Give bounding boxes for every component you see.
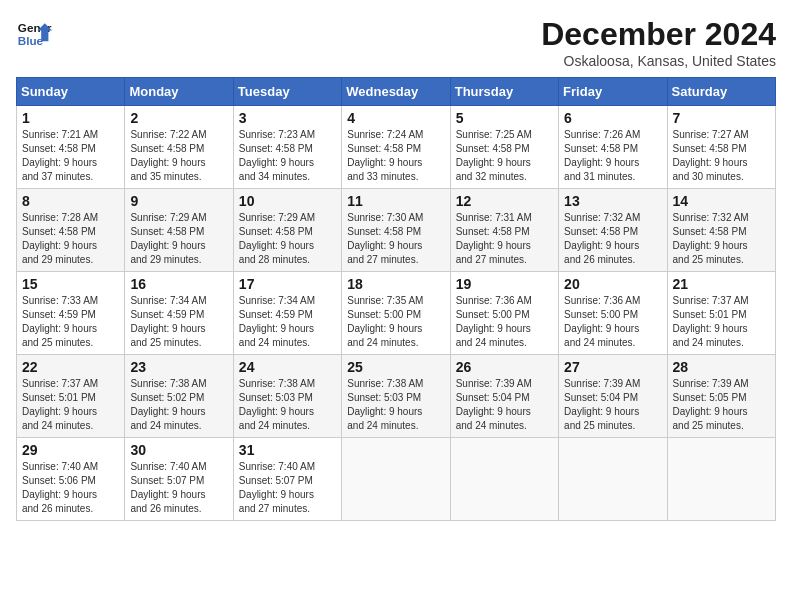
calendar-body: 1Sunrise: 7:21 AM Sunset: 4:58 PM Daylig… [17, 106, 776, 521]
day-number: 21 [673, 276, 770, 292]
day-cell: 31Sunrise: 7:40 AM Sunset: 5:07 PM Dayli… [233, 438, 341, 521]
day-number: 18 [347, 276, 444, 292]
day-number: 10 [239, 193, 336, 209]
day-detail: Sunrise: 7:38 AM Sunset: 5:03 PM Dayligh… [239, 377, 336, 433]
day-number: 11 [347, 193, 444, 209]
header-cell-thursday: Thursday [450, 78, 558, 106]
day-number: 22 [22, 359, 119, 375]
header-cell-tuesday: Tuesday [233, 78, 341, 106]
day-detail: Sunrise: 7:32 AM Sunset: 4:58 PM Dayligh… [673, 211, 770, 267]
header-row: SundayMondayTuesdayWednesdayThursdayFrid… [17, 78, 776, 106]
day-detail: Sunrise: 7:30 AM Sunset: 4:58 PM Dayligh… [347, 211, 444, 267]
day-cell: 19Sunrise: 7:36 AM Sunset: 5:00 PM Dayli… [450, 272, 558, 355]
day-detail: Sunrise: 7:39 AM Sunset: 5:04 PM Dayligh… [456, 377, 553, 433]
day-cell: 14Sunrise: 7:32 AM Sunset: 4:58 PM Dayli… [667, 189, 775, 272]
header-cell-sunday: Sunday [17, 78, 125, 106]
week-row-5: 29Sunrise: 7:40 AM Sunset: 5:06 PM Dayli… [17, 438, 776, 521]
day-number: 8 [22, 193, 119, 209]
day-detail: Sunrise: 7:28 AM Sunset: 4:58 PM Dayligh… [22, 211, 119, 267]
day-cell [667, 438, 775, 521]
day-cell: 18Sunrise: 7:35 AM Sunset: 5:00 PM Dayli… [342, 272, 450, 355]
day-number: 19 [456, 276, 553, 292]
day-cell: 28Sunrise: 7:39 AM Sunset: 5:05 PM Dayli… [667, 355, 775, 438]
day-cell: 13Sunrise: 7:32 AM Sunset: 4:58 PM Dayli… [559, 189, 667, 272]
day-detail: Sunrise: 7:40 AM Sunset: 5:07 PM Dayligh… [130, 460, 227, 516]
day-detail: Sunrise: 7:37 AM Sunset: 5:01 PM Dayligh… [22, 377, 119, 433]
day-number: 20 [564, 276, 661, 292]
day-number: 15 [22, 276, 119, 292]
header-cell-saturday: Saturday [667, 78, 775, 106]
title-area: December 2024 Oskaloosa, Kansas, United … [541, 16, 776, 69]
day-detail: Sunrise: 7:34 AM Sunset: 4:59 PM Dayligh… [130, 294, 227, 350]
location-subtitle: Oskaloosa, Kansas, United States [541, 53, 776, 69]
day-detail: Sunrise: 7:29 AM Sunset: 4:58 PM Dayligh… [239, 211, 336, 267]
day-number: 9 [130, 193, 227, 209]
day-cell: 4Sunrise: 7:24 AM Sunset: 4:58 PM Daylig… [342, 106, 450, 189]
day-detail: Sunrise: 7:34 AM Sunset: 4:59 PM Dayligh… [239, 294, 336, 350]
day-cell: 21Sunrise: 7:37 AM Sunset: 5:01 PM Dayli… [667, 272, 775, 355]
day-detail: Sunrise: 7:40 AM Sunset: 5:07 PM Dayligh… [239, 460, 336, 516]
day-cell: 8Sunrise: 7:28 AM Sunset: 4:58 PM Daylig… [17, 189, 125, 272]
day-detail: Sunrise: 7:38 AM Sunset: 5:03 PM Dayligh… [347, 377, 444, 433]
day-cell: 20Sunrise: 7:36 AM Sunset: 5:00 PM Dayli… [559, 272, 667, 355]
day-number: 5 [456, 110, 553, 126]
week-row-2: 8Sunrise: 7:28 AM Sunset: 4:58 PM Daylig… [17, 189, 776, 272]
day-cell: 11Sunrise: 7:30 AM Sunset: 4:58 PM Dayli… [342, 189, 450, 272]
day-number: 31 [239, 442, 336, 458]
day-cell: 24Sunrise: 7:38 AM Sunset: 5:03 PM Dayli… [233, 355, 341, 438]
day-cell: 22Sunrise: 7:37 AM Sunset: 5:01 PM Dayli… [17, 355, 125, 438]
day-number: 28 [673, 359, 770, 375]
day-detail: Sunrise: 7:40 AM Sunset: 5:06 PM Dayligh… [22, 460, 119, 516]
calendar-header: SundayMondayTuesdayWednesdayThursdayFrid… [17, 78, 776, 106]
day-detail: Sunrise: 7:22 AM Sunset: 4:58 PM Dayligh… [130, 128, 227, 184]
day-number: 25 [347, 359, 444, 375]
svg-text:Blue: Blue [18, 34, 44, 47]
day-number: 7 [673, 110, 770, 126]
day-cell: 12Sunrise: 7:31 AM Sunset: 4:58 PM Dayli… [450, 189, 558, 272]
day-cell [559, 438, 667, 521]
logo-icon: General Blue [16, 16, 52, 52]
day-detail: Sunrise: 7:36 AM Sunset: 5:00 PM Dayligh… [564, 294, 661, 350]
week-row-4: 22Sunrise: 7:37 AM Sunset: 5:01 PM Dayli… [17, 355, 776, 438]
day-number: 16 [130, 276, 227, 292]
day-detail: Sunrise: 7:36 AM Sunset: 5:00 PM Dayligh… [456, 294, 553, 350]
day-cell: 5Sunrise: 7:25 AM Sunset: 4:58 PM Daylig… [450, 106, 558, 189]
day-number: 30 [130, 442, 227, 458]
day-detail: Sunrise: 7:39 AM Sunset: 5:04 PM Dayligh… [564, 377, 661, 433]
day-number: 23 [130, 359, 227, 375]
day-detail: Sunrise: 7:35 AM Sunset: 5:00 PM Dayligh… [347, 294, 444, 350]
month-title: December 2024 [541, 16, 776, 53]
day-number: 1 [22, 110, 119, 126]
day-detail: Sunrise: 7:39 AM Sunset: 5:05 PM Dayligh… [673, 377, 770, 433]
day-cell: 29Sunrise: 7:40 AM Sunset: 5:06 PM Dayli… [17, 438, 125, 521]
day-cell: 6Sunrise: 7:26 AM Sunset: 4:58 PM Daylig… [559, 106, 667, 189]
calendar-table: SundayMondayTuesdayWednesdayThursdayFrid… [16, 77, 776, 521]
day-cell: 25Sunrise: 7:38 AM Sunset: 5:03 PM Dayli… [342, 355, 450, 438]
week-row-3: 15Sunrise: 7:33 AM Sunset: 4:59 PM Dayli… [17, 272, 776, 355]
day-detail: Sunrise: 7:25 AM Sunset: 4:58 PM Dayligh… [456, 128, 553, 184]
day-number: 29 [22, 442, 119, 458]
day-cell: 10Sunrise: 7:29 AM Sunset: 4:58 PM Dayli… [233, 189, 341, 272]
day-detail: Sunrise: 7:31 AM Sunset: 4:58 PM Dayligh… [456, 211, 553, 267]
day-number: 14 [673, 193, 770, 209]
day-number: 3 [239, 110, 336, 126]
day-detail: Sunrise: 7:37 AM Sunset: 5:01 PM Dayligh… [673, 294, 770, 350]
day-cell: 17Sunrise: 7:34 AM Sunset: 4:59 PM Dayli… [233, 272, 341, 355]
day-cell: 1Sunrise: 7:21 AM Sunset: 4:58 PM Daylig… [17, 106, 125, 189]
day-detail: Sunrise: 7:27 AM Sunset: 4:58 PM Dayligh… [673, 128, 770, 184]
day-detail: Sunrise: 7:33 AM Sunset: 4:59 PM Dayligh… [22, 294, 119, 350]
day-cell [450, 438, 558, 521]
day-cell: 15Sunrise: 7:33 AM Sunset: 4:59 PM Dayli… [17, 272, 125, 355]
day-number: 13 [564, 193, 661, 209]
day-cell: 3Sunrise: 7:23 AM Sunset: 4:58 PM Daylig… [233, 106, 341, 189]
day-detail: Sunrise: 7:38 AM Sunset: 5:02 PM Dayligh… [130, 377, 227, 433]
day-cell: 26Sunrise: 7:39 AM Sunset: 5:04 PM Dayli… [450, 355, 558, 438]
header-cell-monday: Monday [125, 78, 233, 106]
week-row-1: 1Sunrise: 7:21 AM Sunset: 4:58 PM Daylig… [17, 106, 776, 189]
day-cell: 23Sunrise: 7:38 AM Sunset: 5:02 PM Dayli… [125, 355, 233, 438]
day-cell: 9Sunrise: 7:29 AM Sunset: 4:58 PM Daylig… [125, 189, 233, 272]
day-number: 26 [456, 359, 553, 375]
header-cell-friday: Friday [559, 78, 667, 106]
day-number: 12 [456, 193, 553, 209]
day-detail: Sunrise: 7:29 AM Sunset: 4:58 PM Dayligh… [130, 211, 227, 267]
